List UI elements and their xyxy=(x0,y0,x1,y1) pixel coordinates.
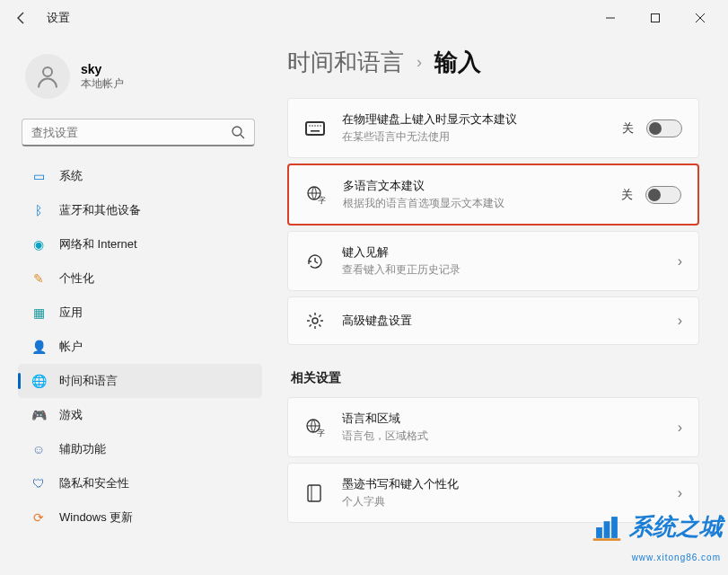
toggle-multilingual[interactable] xyxy=(645,186,681,204)
svg-point-3 xyxy=(232,127,241,136)
card-title: 多语言文本建议 xyxy=(343,178,605,194)
watermark-url: www.xitong86.com xyxy=(632,553,721,562)
globe-text-icon: 字 xyxy=(304,417,326,438)
accessibility-icon: ☺ xyxy=(31,441,47,457)
chevron-right-icon: › xyxy=(678,485,682,501)
svg-point-15 xyxy=(312,318,318,323)
nav-bluetooth[interactable]: ᛒ蓝牙和其他设备 xyxy=(18,193,262,227)
nav-label: 帐户 xyxy=(59,339,83,355)
svg-rect-20 xyxy=(596,527,602,538)
svg-point-8 xyxy=(311,125,313,127)
nav-time-language[interactable]: 🌐时间和语言 xyxy=(18,364,262,398)
svg-point-11 xyxy=(320,125,321,127)
svg-text:字: 字 xyxy=(317,429,325,438)
maximize-button[interactable] xyxy=(635,4,676,32)
nav-label: 应用 xyxy=(59,305,83,321)
update-icon: ⟳ xyxy=(31,509,47,526)
nav-apps[interactable]: ▦应用 xyxy=(18,296,262,330)
svg-rect-21 xyxy=(604,521,610,538)
card-typing-insights[interactable]: 键入见解 查看键入和更正历史记录 › xyxy=(287,231,699,291)
svg-point-10 xyxy=(317,125,319,127)
minimize-button[interactable] xyxy=(590,4,631,32)
person-icon: 👤 xyxy=(31,339,47,355)
svg-point-7 xyxy=(309,125,311,127)
nav-privacy[interactable]: 🛡隐私和安全性 xyxy=(18,466,262,500)
nav-label: 系统 xyxy=(59,168,83,184)
chevron-right-icon: › xyxy=(678,253,682,270)
nav-personalization[interactable]: ✎个性化 xyxy=(18,261,262,296)
svg-rect-12 xyxy=(311,130,320,132)
brush-icon: ✎ xyxy=(31,270,47,287)
nav-label: 辅助功能 xyxy=(59,441,106,457)
breadcrumb: 时间和语言 › 输入 xyxy=(287,47,699,78)
search-input[interactable] xyxy=(31,126,231,139)
card-text-suggestions[interactable]: 在物理键盘上键入时显示文本建议 在某些语言中无法使用 关 xyxy=(287,98,699,158)
card-title: 在物理键盘上键入时显示文本建议 xyxy=(342,111,606,128)
window-title: 设置 xyxy=(47,10,70,26)
nav-label: 游戏 xyxy=(59,407,83,423)
nav-accounts[interactable]: 👤帐户 xyxy=(18,330,262,364)
card-language-region[interactable]: 字 语言和区域 语言包，区域格式 › xyxy=(287,397,699,457)
card-subtitle: 在某些语言中无法使用 xyxy=(342,129,606,145)
card-multilingual-suggestions[interactable]: 字 多语言文本建议 根据我的语言首选项显示文本建议 关 xyxy=(287,164,699,226)
svg-point-9 xyxy=(314,125,316,127)
bluetooth-icon: ᛒ xyxy=(31,202,47,218)
gear-icon xyxy=(304,310,326,332)
card-advanced-keyboard[interactable]: 高级键盘设置 › xyxy=(287,296,699,345)
watermark: 系统之城 www.xitong86.com xyxy=(592,511,723,543)
chevron-right-icon: › xyxy=(417,53,422,72)
svg-rect-1 xyxy=(652,14,660,22)
card-title: 语言和区域 xyxy=(342,411,662,427)
nav-accessibility[interactable]: ☺辅助功能 xyxy=(18,432,262,466)
content-area: 时间和语言 › 输入 在物理键盘上键入时显示文本建议 在某些语言中无法使用 关 … xyxy=(269,36,728,575)
card-subtitle: 根据我的语言首选项显示文本建议 xyxy=(343,196,605,211)
chevron-right-icon: › xyxy=(678,420,682,436)
profile-subtitle: 本地帐户 xyxy=(81,76,124,92)
breadcrumb-parent[interactable]: 时间和语言 xyxy=(287,47,404,78)
svg-rect-22 xyxy=(611,517,618,538)
svg-rect-18 xyxy=(308,485,320,501)
nav-label: 网络和 Internet xyxy=(59,236,137,252)
nav-gaming[interactable]: 🎮游戏 xyxy=(18,398,262,432)
avatar xyxy=(25,54,70,99)
gamepad-icon: 🎮 xyxy=(31,407,47,423)
profile-name: sky xyxy=(81,62,124,76)
close-button[interactable] xyxy=(680,4,721,32)
toggle-text-suggestions[interactable] xyxy=(646,119,682,137)
search-box[interactable] xyxy=(22,119,255,146)
chevron-right-icon: › xyxy=(678,313,682,329)
watermark-text: 系统之城 xyxy=(629,511,723,543)
svg-line-4 xyxy=(241,135,244,138)
globe-clock-icon: 🌐 xyxy=(31,373,47,389)
card-title: 高级键盘设置 xyxy=(342,313,662,329)
profile-block[interactable]: sky 本地帐户 xyxy=(18,47,262,115)
history-icon xyxy=(304,251,326,272)
nav-network[interactable]: ◉网络和 Internet xyxy=(18,227,262,261)
nav-label: 时间和语言 xyxy=(59,373,118,389)
nav-label: 个性化 xyxy=(59,270,94,287)
watermark-logo-icon xyxy=(592,512,622,543)
dictionary-icon xyxy=(304,482,326,504)
nav-system[interactable]: ▭系统 xyxy=(18,159,262,193)
nav-label: 隐私和安全性 xyxy=(59,475,129,491)
breadcrumb-current: 输入 xyxy=(434,47,481,78)
back-button[interactable] xyxy=(7,4,36,32)
globe-text-icon: 字 xyxy=(305,184,327,206)
nav-windows-update[interactable]: ⟳Windows 更新 xyxy=(18,500,262,535)
svg-text:字: 字 xyxy=(318,196,326,205)
card-title: 键入见解 xyxy=(342,244,662,261)
svg-point-2 xyxy=(43,67,52,76)
nav-label: 蓝牙和其他设备 xyxy=(59,202,141,218)
card-subtitle: 查看键入和更正历史记录 xyxy=(342,262,662,278)
apps-icon: ▦ xyxy=(31,305,47,321)
toggle-state-label: 关 xyxy=(622,120,634,137)
wifi-icon: ◉ xyxy=(31,236,47,252)
sidebar: sky 本地帐户 ▭系统 ᛒ蓝牙和其他设备 ◉网络和 Internet ✎个性化… xyxy=(0,36,269,575)
related-settings-label: 相关设置 xyxy=(291,370,699,386)
shield-icon: 🛡 xyxy=(31,475,47,491)
card-title: 墨迹书写和键入个性化 xyxy=(342,476,662,492)
toggle-state-label: 关 xyxy=(621,187,633,203)
card-subtitle: 语言包，区域格式 xyxy=(342,429,662,444)
system-icon: ▭ xyxy=(31,168,47,184)
nav-label: Windows 更新 xyxy=(59,509,133,526)
